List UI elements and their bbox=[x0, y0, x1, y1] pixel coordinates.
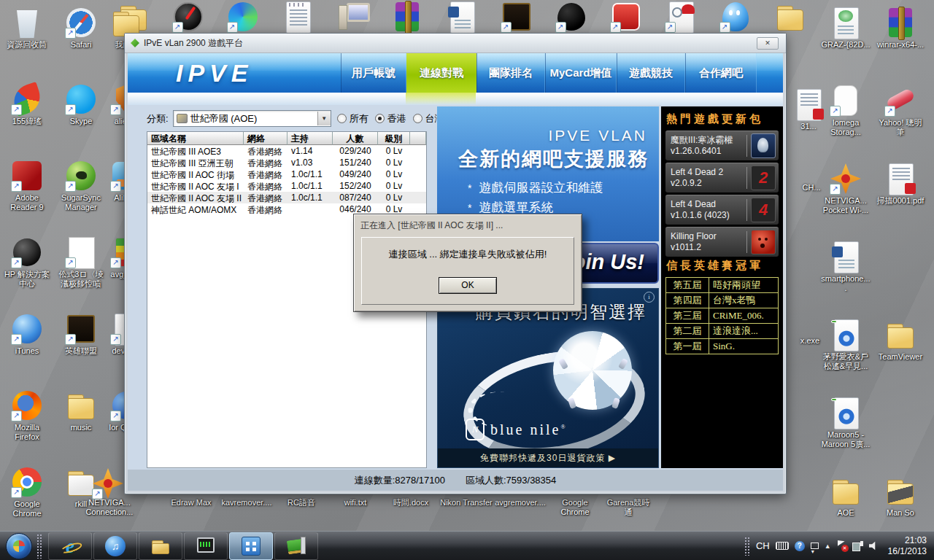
taskbar-button[interactable] bbox=[48, 532, 92, 560]
taskbar-button[interactable] bbox=[93, 532, 137, 560]
champions-title: 信長英雄賽冠軍 bbox=[666, 259, 779, 273]
game-update-card[interactable]: Left 4 Deadv1.0.1.6 (4023) bbox=[665, 195, 779, 225]
pc-setup-icon bbox=[336, 0, 369, 34]
region-radio-label[interactable]: 香港 bbox=[387, 112, 406, 125]
desktop-icon[interactable] bbox=[215, 0, 270, 34]
desktop-icon[interactable] bbox=[544, 0, 598, 34]
region-radio[interactable] bbox=[337, 114, 347, 123]
tab-2[interactable]: 連線對戰 bbox=[406, 53, 476, 93]
server-row[interactable]: 世紀帝國 III 亞洲王朝香港網絡v1.03151/2400 Lv bbox=[147, 157, 426, 168]
desktop-icon[interactable]: smartphone.... bbox=[820, 240, 871, 293]
dropdown-arrow-icon[interactable]: ▼ bbox=[317, 112, 331, 125]
desktop-icon[interactable]: Mozilla Firefox bbox=[1, 389, 53, 442]
ad-footer-link[interactable]: 免費聯邦快遞及30日退貨政策 ▶ bbox=[438, 448, 658, 467]
desktop-icon[interactable] bbox=[763, 0, 817, 34]
desktop-icon[interactable]: CH... bbox=[790, 182, 833, 192]
desktop-icon[interactable]: 資源回收筒 bbox=[1, 6, 53, 50]
taskbar-clock[interactable]: 21:03 16/1/2013 bbox=[888, 535, 927, 557]
ok-button[interactable]: OK bbox=[439, 277, 497, 294]
keyboard-icon[interactable] bbox=[776, 542, 789, 550]
desktop-icon[interactable]: Garena競時 通 bbox=[595, 497, 661, 517]
dialog-title: 正在進入 [世紀帝國 II AOC 友場 II] ... bbox=[354, 214, 582, 232]
window-titlebar[interactable]: IPvE vLan 2900 遊戲平台 ✕ bbox=[125, 34, 786, 53]
game-update-card[interactable]: Killing Floorv1011.2 bbox=[665, 227, 779, 257]
desktop-icon[interactable] bbox=[653, 0, 708, 34]
server-row[interactable]: 世紀帝國 II AOC 街場香港網絡1.0c/1.1049/2400 Lv bbox=[147, 168, 426, 180]
close-button[interactable]: ✕ bbox=[757, 37, 779, 50]
desktop-icon[interactable]: music bbox=[55, 389, 107, 432]
desktop-icon[interactable] bbox=[708, 0, 763, 34]
desktop-icon[interactable]: NETVIGA... Connection... bbox=[77, 497, 142, 517]
desktop-icon[interactable] bbox=[325, 0, 379, 34]
region-radio[interactable] bbox=[413, 114, 422, 123]
region-radio[interactable] bbox=[375, 114, 385, 123]
server-row[interactable]: 世紀帝國 II AOC 友場 II香港網絡1.0c/1.1087/2400 Lv bbox=[147, 192, 426, 203]
taskbar-button[interactable] bbox=[229, 532, 273, 560]
start-button[interactable] bbox=[6, 533, 32, 559]
desktop-icon[interactable]: AOE bbox=[820, 474, 871, 518]
server-cell: 0 Lv bbox=[378, 157, 410, 168]
restore-window-icon[interactable] bbox=[811, 542, 819, 549]
column-header[interactable]: 主持 bbox=[287, 132, 333, 145]
language-indicator[interactable]: CH bbox=[756, 540, 770, 551]
desktop-icon[interactable] bbox=[161, 0, 215, 34]
category-dropdown[interactable]: 世紀帝國 (AOE) ▼ bbox=[173, 110, 331, 127]
tab-6[interactable]: 合作網吧 bbox=[685, 53, 757, 93]
column-header[interactable] bbox=[410, 132, 426, 145]
game-update-card[interactable]: Left 4 Dead 2v2.0.9.2 bbox=[665, 163, 779, 192]
desktop-icon[interactable]: GRAZ-{82D... bbox=[820, 6, 871, 50]
desktop-icon[interactable]: HP 解決方案 中心 bbox=[1, 236, 53, 289]
desktop-icon[interactable]: Yahoo! 聰明 筆 bbox=[875, 84, 926, 137]
desktop-icon[interactable]: SugarSync Manager bbox=[55, 159, 107, 212]
tab-1[interactable]: 用戶帳號 bbox=[341, 53, 406, 93]
desktop-icon[interactable]: winrar-x64-... bbox=[875, 6, 926, 50]
network-tray-icon[interactable] bbox=[852, 541, 863, 551]
desktop-icon[interactable] bbox=[434, 0, 489, 34]
desktop-icon[interactable]: x.exe bbox=[788, 335, 832, 346]
server-cell: 神話世紀 AOM/AOMX bbox=[147, 203, 244, 215]
help-icon[interactable]: ? bbox=[795, 541, 805, 551]
desktop-icon[interactable]: 英雄聯盟 bbox=[55, 312, 107, 356]
server-cell: v1.03 bbox=[287, 157, 333, 168]
desktop-icon[interactable] bbox=[379, 0, 434, 34]
taskbar-button[interactable] bbox=[274, 532, 318, 560]
region-radio-label[interactable]: 所有 bbox=[350, 112, 368, 125]
column-header[interactable]: 網絡 bbox=[244, 132, 287, 145]
desktop-icon[interactable]: Google Chrome bbox=[1, 465, 53, 518]
desktop-icon[interactable]: 155緯瑤 bbox=[1, 82, 53, 126]
desktop-icon[interactable]: 31... bbox=[787, 88, 830, 131]
column-header[interactable]: 人數 bbox=[333, 132, 378, 145]
game-name: Left 4 Dead 2 bbox=[671, 167, 743, 178]
show-hidden-icons-arrow[interactable]: ▲ bbox=[825, 542, 831, 550]
desktop-icon[interactable]: Adobe Reader 9 bbox=[1, 159, 53, 212]
desktop-icon-label: Mozilla Firefox bbox=[1, 423, 53, 442]
desktop-icon[interactable]: Man So bbox=[875, 474, 926, 518]
lol-icon bbox=[500, 0, 533, 34]
desktop-icon[interactable] bbox=[270, 0, 325, 34]
desktop-icon[interactable] bbox=[598, 0, 653, 34]
desktop-icon[interactable]: Safari bbox=[55, 6, 107, 50]
desktop-icon[interactable] bbox=[86, 467, 130, 500]
game-update-card[interactable]: 魔獸III:寒冰霸權v1.26.0.6401 bbox=[665, 131, 779, 160]
volume-icon[interactable] bbox=[869, 541, 879, 551]
column-header[interactable]: 級別 bbox=[378, 132, 410, 145]
server-row[interactable]: 世紀帝國 III AOE3香港網絡v1.14029/2400 Lv bbox=[147, 145, 426, 157]
desktop-icon[interactable]: 伀式3ロ〈堎 瀸极䬷悾唝 bbox=[55, 236, 107, 289]
tab-5[interactable]: 遊戲競技 bbox=[617, 53, 685, 93]
notepad-icon bbox=[281, 0, 314, 34]
action-center-flag-icon[interactable] bbox=[837, 540, 846, 551]
desktop-icon[interactable]: iTunes bbox=[1, 312, 53, 356]
column-header[interactable]: 區域名稱 bbox=[147, 132, 244, 145]
tab-3[interactable]: 團隊排名 bbox=[476, 53, 545, 93]
desktop-icon[interactable]: 掃描0001.pdf bbox=[875, 162, 926, 206]
taskbar-button[interactable] bbox=[139, 532, 182, 560]
server-cell: 香港網絡 bbox=[244, 145, 287, 157]
taskbar-button[interactable] bbox=[184, 532, 228, 560]
blue-nile-ad[interactable]: i 購買鑽石的明智選擇 N blue nile® 免費聯邦快遞及30日退貨政策 … bbox=[437, 288, 659, 468]
desktop-icon[interactable]: TeamViewer bbox=[875, 318, 926, 362]
desktop-icon[interactable]: Maroon5 - Maroon 5廣... bbox=[820, 396, 871, 449]
tab-4[interactable]: MyCard增值 bbox=[545, 53, 617, 93]
desktop-icon[interactable]: Skype bbox=[55, 82, 107, 126]
server-row[interactable]: 世紀帝國 II AOC 友場 I香港網絡1.0c/1.1152/2400 Lv bbox=[147, 180, 426, 192]
desktop-icon[interactable] bbox=[489, 0, 544, 34]
